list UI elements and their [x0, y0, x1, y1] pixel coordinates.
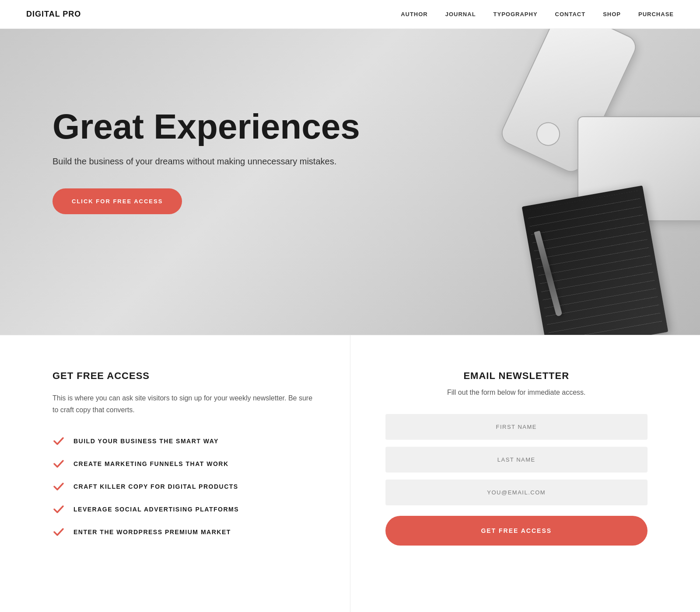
nav-author[interactable]: AUTHOR: [401, 11, 428, 17]
right-panel: EMAIL NEWSLETTER Fill out the form below…: [350, 335, 700, 612]
newsletter-desc: Fill out the form below for immediate ac…: [447, 389, 586, 396]
nav-contact[interactable]: CONTACT: [555, 11, 586, 17]
newsletter-title: EMAIL NEWSLETTER: [463, 370, 569, 382]
submit-button[interactable]: GET FREE ACCESS: [385, 516, 648, 546]
check-icon-4: [52, 503, 65, 515]
site-logo[interactable]: DIGITAL PRO: [26, 10, 81, 19]
checklist-text-4: LEVERAGE SOCIAL ADVERTISING PLATFORMS: [74, 506, 239, 513]
last-name-input[interactable]: [385, 447, 648, 473]
check-icon-2: [52, 458, 65, 470]
email-input[interactable]: [385, 480, 648, 505]
first-name-input[interactable]: [385, 414, 648, 440]
checklist-item-5: ENTER THE WORDPRESS PREMIUM MARKET: [52, 526, 315, 538]
nav-purchase[interactable]: PURCHASE: [638, 11, 674, 17]
checklist-item-4: LEVERAGE SOCIAL ADVERTISING PLATFORMS: [52, 503, 315, 515]
checklist-text-5: ENTER THE WORDPRESS PREMIUM MARKET: [74, 529, 231, 536]
hero-subtitle: Build the business of your dreams withou…: [52, 156, 700, 167]
hero-content: Great Experiences Build the business of …: [0, 29, 700, 214]
checklist-text-2: CREATE MARKETING FUNNELS THAT WORK: [74, 460, 229, 467]
hero-cta-button[interactable]: CLICK FOR FREE ACCESS: [52, 188, 182, 214]
checklist-text-3: CRAFT KILLER COPY FOR DIGITAL PRODUCTS: [74, 483, 238, 490]
feature-checklist: BUILD YOUR BUSINESS THE SMART WAY CREATE…: [52, 435, 315, 538]
first-name-group: [385, 414, 648, 440]
check-icon-3: [52, 480, 65, 493]
checklist-item-1: BUILD YOUR BUSINESS THE SMART WAY: [52, 435, 315, 447]
left-panel: GET FREE ACCESS This is where you can as…: [0, 335, 350, 612]
email-group: [385, 480, 648, 505]
checklist-item-3: CRAFT KILLER COPY FOR DIGITAL PRODUCTS: [52, 480, 315, 493]
nav-typography[interactable]: TYPOGRAPHY: [494, 11, 538, 17]
nav-shop[interactable]: SHOP: [603, 11, 621, 17]
hero-section: Great Experiences Build the business of …: [0, 29, 700, 335]
check-icon-1: [52, 435, 65, 447]
left-section-title: GET FREE ACCESS: [52, 370, 315, 382]
checklist-item-2: CREATE MARKETING FUNNELS THAT WORK: [52, 458, 315, 470]
header: DIGITAL PRO AUTHOR JOURNAL TYPOGRAPHY CO…: [0, 0, 700, 29]
main-content: GET FREE ACCESS This is where you can as…: [0, 335, 700, 612]
checklist-text-1: BUILD YOUR BUSINESS THE SMART WAY: [74, 438, 219, 445]
nav-journal[interactable]: JOURNAL: [445, 11, 476, 17]
hero-title: Great Experiences: [52, 108, 700, 146]
left-section-desc: This is where you can ask site visitors …: [52, 392, 315, 416]
last-name-group: [385, 447, 648, 473]
main-nav: AUTHOR JOURNAL TYPOGRAPHY CONTACT SHOP P…: [401, 11, 674, 17]
check-icon-5: [52, 526, 65, 538]
